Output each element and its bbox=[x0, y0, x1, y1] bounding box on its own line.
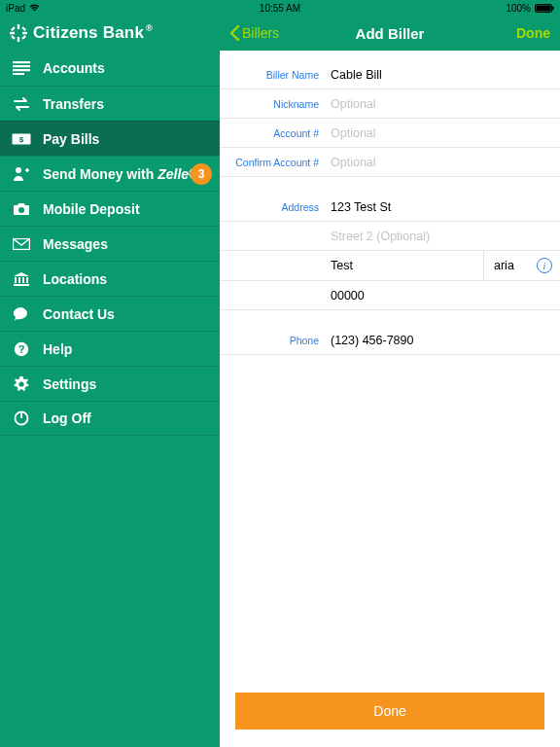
svg-rect-22 bbox=[22, 277, 24, 283]
svg-rect-21 bbox=[18, 277, 20, 283]
nav-done-button[interactable]: Done bbox=[516, 25, 550, 41]
svg-rect-13 bbox=[13, 69, 30, 71]
back-label: Billers bbox=[242, 25, 279, 41]
help-icon: ? bbox=[12, 341, 31, 357]
sidebar-item-transfers[interactable]: Transfers bbox=[0, 86, 220, 121]
sidebar-item-logoff[interactable]: Log Off bbox=[0, 401, 220, 436]
status-bar: iPad 10:55 AM 100% bbox=[0, 0, 560, 16]
sidebar-item-label: Settings bbox=[43, 376, 96, 392]
sidebar-item-locations[interactable]: Locations bbox=[0, 261, 220, 296]
label-biller-name: Biller Name bbox=[220, 69, 331, 81]
sidebar-item-label: Messages bbox=[43, 236, 108, 252]
sidebar-item-label: Contact Us bbox=[43, 306, 115, 322]
brand-name: Citizens Bank® bbox=[33, 23, 153, 43]
brand-logo: Citizens Bank® bbox=[0, 16, 220, 51]
svg-rect-11 bbox=[13, 61, 30, 63]
camera-icon bbox=[12, 202, 31, 216]
svg-rect-12 bbox=[13, 65, 30, 67]
svg-rect-4 bbox=[18, 37, 19, 42]
sidebar-item-label: Accounts bbox=[43, 60, 105, 76]
notification-badge: 3 bbox=[191, 163, 212, 185]
address1-field[interactable] bbox=[331, 194, 560, 221]
chevron-left-icon bbox=[229, 25, 240, 41]
row-address1: Address bbox=[220, 193, 560, 222]
bank-icon bbox=[12, 271, 31, 287]
sidebar-item-pay-bills[interactable]: $ Pay Bills bbox=[0, 121, 220, 156]
status-time: 10:55 AM bbox=[260, 3, 300, 14]
row-phone: Phone bbox=[220, 326, 560, 355]
zip-field[interactable] bbox=[331, 282, 560, 309]
sidebar: Citizens Bank® Accounts Transfers $ Pay … bbox=[0, 16, 220, 747]
svg-rect-5 bbox=[10, 32, 15, 34]
row-zip bbox=[220, 281, 560, 310]
pay-bills-icon: $ bbox=[12, 133, 31, 145]
biller-form: Biller Name Nickname Account # Confirm A… bbox=[220, 51, 560, 747]
status-device: iPad bbox=[6, 3, 25, 14]
gear-icon bbox=[12, 376, 31, 392]
transfers-icon bbox=[12, 97, 31, 111]
svg-point-18 bbox=[18, 207, 24, 213]
sidebar-item-accounts[interactable]: Accounts bbox=[0, 51, 220, 86]
address2-field[interactable] bbox=[331, 223, 560, 250]
svg-rect-10 bbox=[21, 35, 26, 40]
svg-rect-1 bbox=[537, 5, 551, 11]
biller-name-field[interactable] bbox=[331, 61, 560, 89]
label-phone: Phone bbox=[220, 335, 331, 346]
label-account: Account # bbox=[220, 127, 331, 139]
svg-rect-3 bbox=[18, 24, 19, 29]
sidebar-menu: Accounts Transfers $ Pay Bills Send Mone… bbox=[0, 51, 220, 436]
svg-point-17 bbox=[16, 167, 21, 173]
row-address2 bbox=[220, 222, 560, 251]
sidebar-item-label: Log Off bbox=[43, 410, 91, 426]
row-city-state: i bbox=[220, 251, 560, 281]
row-nickname: Nickname bbox=[220, 89, 560, 119]
row-biller-name: Biller Name bbox=[220, 60, 560, 89]
sidebar-item-label: Locations bbox=[43, 271, 107, 287]
wifi-icon bbox=[29, 4, 40, 12]
sidebar-item-label: Help bbox=[43, 341, 72, 357]
svg-rect-23 bbox=[26, 277, 28, 283]
back-button[interactable]: Billers bbox=[229, 25, 279, 41]
state-field[interactable] bbox=[494, 252, 531, 279]
label-confirm-account: Confirm Account # bbox=[220, 157, 331, 168]
sidebar-item-contact[interactable]: Contact Us bbox=[0, 296, 220, 331]
svg-text:$: $ bbox=[19, 135, 24, 144]
svg-point-27 bbox=[18, 381, 23, 386]
envelope-icon bbox=[12, 238, 31, 250]
speech-bubble-icon bbox=[12, 306, 31, 322]
row-confirm-account: Confirm Account # bbox=[220, 148, 560, 177]
phone-field[interactable] bbox=[331, 327, 560, 354]
confirm-account-field[interactable] bbox=[331, 149, 560, 176]
svg-rect-20 bbox=[15, 277, 17, 283]
sidebar-item-settings[interactable]: Settings bbox=[0, 366, 220, 401]
svg-rect-2 bbox=[552, 6, 554, 10]
status-battery-pct: 100% bbox=[506, 3, 531, 14]
sidebar-item-label: Mobile Deposit bbox=[43, 201, 140, 217]
city-field[interactable] bbox=[331, 252, 483, 279]
navbar: Billers Add Biller Done bbox=[220, 16, 560, 51]
main-panel: Billers Add Biller Done Biller Name Nick… bbox=[220, 16, 560, 747]
svg-rect-7 bbox=[11, 26, 16, 31]
done-button[interactable]: Done bbox=[235, 693, 544, 729]
sidebar-item-label: Transfers bbox=[43, 96, 104, 112]
svg-text:?: ? bbox=[18, 343, 25, 355]
sidebar-item-zelle[interactable]: Send Money with Zelle® 3 bbox=[0, 156, 220, 191]
svg-rect-14 bbox=[13, 73, 24, 75]
account-field[interactable] bbox=[331, 120, 560, 147]
info-icon[interactable]: i bbox=[537, 258, 552, 273]
svg-rect-8 bbox=[21, 26, 26, 31]
nickname-field[interactable] bbox=[331, 90, 560, 118]
accounts-icon bbox=[12, 61, 31, 75]
label-nickname: Nickname bbox=[220, 98, 331, 110]
label-address: Address bbox=[220, 201, 331, 213]
sidebar-item-help[interactable]: ? Help bbox=[0, 331, 220, 366]
sidebar-item-messages[interactable]: Messages bbox=[0, 226, 220, 261]
row-account: Account # bbox=[220, 119, 560, 148]
svg-rect-24 bbox=[14, 284, 29, 286]
sidebar-item-mobile-deposit[interactable]: Mobile Deposit bbox=[0, 191, 220, 226]
battery-icon bbox=[535, 4, 554, 13]
page-title: Add Biller bbox=[356, 25, 425, 42]
svg-rect-9 bbox=[11, 35, 16, 40]
sidebar-item-label: Pay Bills bbox=[43, 131, 99, 147]
zelle-brand: Zelle bbox=[158, 166, 189, 182]
